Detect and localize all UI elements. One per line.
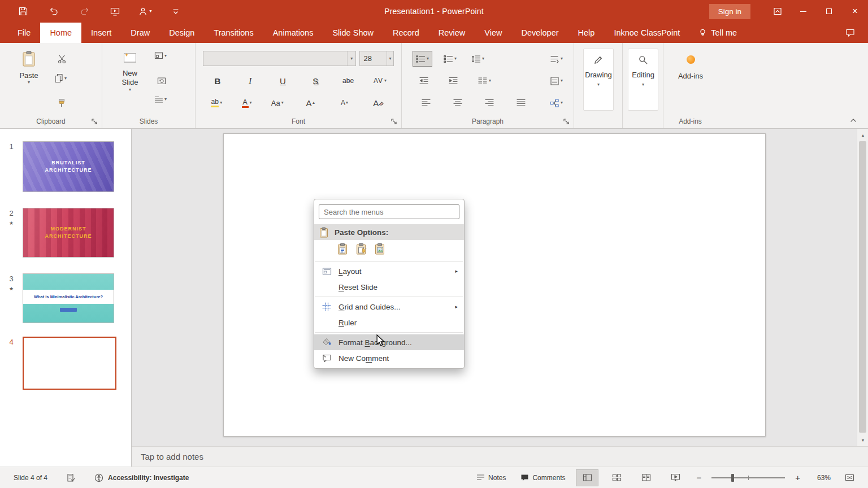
strikethrough-button[interactable]: abe	[341, 73, 355, 88]
save-button[interactable]	[8, 2, 38, 20]
paste-picture-button[interactable]	[375, 243, 386, 257]
scroll-up-button[interactable]: ▲	[857, 130, 868, 140]
clipboard-dialog-launcher[interactable]	[90, 117, 98, 125]
slide-canvas[interactable]	[223, 133, 766, 437]
paste-keep-source-formatting-button[interactable]	[356, 243, 367, 257]
underline-button[interactable]: U	[275, 73, 290, 88]
animation-star-icon[interactable]: ★	[9, 286, 14, 291]
decrease-indent-button[interactable]	[416, 73, 431, 88]
increase-font-size-button[interactable]: A▾	[303, 95, 318, 110]
new-slide-button[interactable]: New Slide ▾	[115, 47, 145, 116]
slide-thumbnail-3[interactable]: What is Minimalistic Architecture?	[23, 273, 114, 323]
line-spacing-button[interactable]: ▾	[468, 51, 487, 66]
close-button[interactable]: ×	[842, 0, 868, 23]
tab-slide-show[interactable]: Slide Show	[323, 23, 383, 43]
reset-slide-button[interactable]	[154, 73, 169, 88]
maximize-button[interactable]	[816, 0, 842, 23]
font-name-combobox[interactable]: ▾	[203, 51, 356, 66]
zoom-out-button[interactable]: −	[694, 473, 704, 482]
start-from-beginning-button[interactable]	[99, 2, 130, 20]
tab-help[interactable]: Help	[568, 23, 605, 43]
tell-me-button[interactable]: Tell me	[689, 23, 746, 43]
animation-star-icon[interactable]: ★	[9, 220, 14, 226]
tab-developer[interactable]: Developer	[511, 23, 568, 43]
notes-pane[interactable]: Tap to add notes	[132, 446, 868, 467]
tab-design[interactable]: Design	[159, 23, 204, 43]
slide-thumbnail-2[interactable]: MODERNISTARCHITECTURE	[23, 208, 114, 258]
tab-home[interactable]: Home	[40, 23, 81, 43]
vertical-scrollbar[interactable]: ▲ ▼	[857, 129, 868, 446]
comments-status-button[interactable]: Comments	[517, 472, 568, 484]
tab-animations[interactable]: Animations	[263, 23, 323, 43]
increase-indent-button[interactable]	[446, 73, 461, 88]
format-painter-button[interactable]	[54, 95, 69, 110]
copy-button[interactable]: ▾	[54, 73, 67, 83]
align-right-button[interactable]	[482, 95, 497, 110]
decrease-font-size-button[interactable]: A▾	[337, 95, 351, 110]
tab-inknoe-classpoint[interactable]: Inknoe ClassPoint	[604, 23, 689, 43]
zoom-in-button[interactable]: +	[793, 473, 802, 482]
text-direction-button[interactable]: ▾	[547, 51, 566, 66]
account-button[interactable]: ▾	[130, 2, 160, 20]
menu-item-new-comment[interactable]: New Comment	[314, 350, 464, 366]
notes-toggle-button[interactable]: Notes	[473, 472, 509, 484]
tab-insert[interactable]: Insert	[81, 23, 121, 43]
font-dialog-launcher[interactable]	[390, 117, 398, 125]
change-case-button[interactable]: Aa▾	[271, 99, 284, 107]
paste-destination-theme-button[interactable]	[337, 243, 349, 257]
scroll-down-button[interactable]: ▼	[857, 435, 868, 445]
align-text-button[interactable]: ▾	[548, 73, 566, 88]
fit-slide-to-window-button[interactable]	[839, 470, 860, 486]
sign-in-button[interactable]: Sign in	[709, 4, 750, 19]
chevron-down-icon[interactable]: ▾	[387, 51, 393, 66]
section-button[interactable]: ▾	[154, 95, 167, 103]
font-size-combobox[interactable]: ▾	[359, 51, 394, 66]
tab-file[interactable]: File	[8, 23, 40, 43]
menu-search-input[interactable]	[319, 204, 459, 219]
slide-thumbnail-1[interactable]: BRUTALISTARCHITECTURE	[23, 141, 114, 192]
paste-button[interactable]: Paste ▾	[14, 47, 44, 116]
columns-button[interactable]: ▾	[475, 73, 494, 88]
paragraph-dialog-launcher[interactable]	[562, 117, 570, 125]
spell-check-button[interactable]	[63, 471, 79, 485]
tab-review[interactable]: Review	[429, 23, 475, 43]
text-shadow-button[interactable]: S	[308, 73, 323, 88]
menu-item-grid-and-guides[interactable]: Grid and Guides... ▸	[314, 299, 464, 315]
cut-button[interactable]	[54, 51, 69, 66]
bold-button[interactable]: B	[210, 73, 225, 88]
customize-qat-button[interactable]	[160, 2, 191, 20]
redo-button[interactable]	[69, 2, 99, 20]
menu-item-format-background[interactable]: Format Background...	[314, 334, 464, 350]
slide-thumbnail-4[interactable]	[23, 337, 116, 390]
menu-item-ruler[interactable]: Ruler	[314, 315, 464, 330]
reading-view-button[interactable]	[635, 470, 657, 486]
italic-button[interactable]: I	[243, 73, 258, 88]
normal-view-button[interactable]	[576, 470, 598, 486]
convert-to-smartart-button[interactable]: ▾	[547, 95, 566, 110]
menu-item-layout[interactable]: Layout ▸	[314, 263, 464, 279]
font-color-button[interactable]: A▾	[242, 98, 252, 108]
tab-draw[interactable]: Draw	[121, 23, 159, 43]
menu-item-reset-slide[interactable]: Reset Slide	[314, 279, 464, 295]
align-center-button[interactable]	[450, 95, 465, 110]
layout-button[interactable]: ▾	[154, 51, 167, 60]
accessibility-button[interactable]: Accessibility: Investigate	[94, 473, 189, 482]
ribbon-display-options-button[interactable]	[765, 0, 790, 23]
addins-button[interactable]: Add-ins	[675, 47, 706, 116]
editing-button[interactable]: Editing ▾	[628, 49, 658, 111]
scrollbar-thumb[interactable]	[859, 141, 866, 433]
font-name-input[interactable]	[203, 51, 347, 66]
character-spacing-button[interactable]: AV▾	[374, 77, 387, 84]
undo-button[interactable]	[38, 2, 69, 20]
tab-record[interactable]: Record	[383, 23, 429, 43]
slide-show-view-button[interactable]	[665, 470, 686, 486]
bullets-button[interactable]: ▾	[413, 51, 432, 66]
justify-button[interactable]	[514, 95, 528, 110]
tab-view[interactable]: View	[475, 23, 511, 43]
chevron-down-icon[interactable]: ▾	[347, 51, 355, 66]
clear-formatting-button[interactable]: A	[371, 95, 386, 110]
collapse-ribbon-button[interactable]	[848, 116, 859, 125]
tab-transitions[interactable]: Transitions	[204, 23, 263, 43]
numbering-button[interactable]: ▾	[441, 51, 459, 66]
slide-sorter-view-button[interactable]	[606, 470, 627, 486]
